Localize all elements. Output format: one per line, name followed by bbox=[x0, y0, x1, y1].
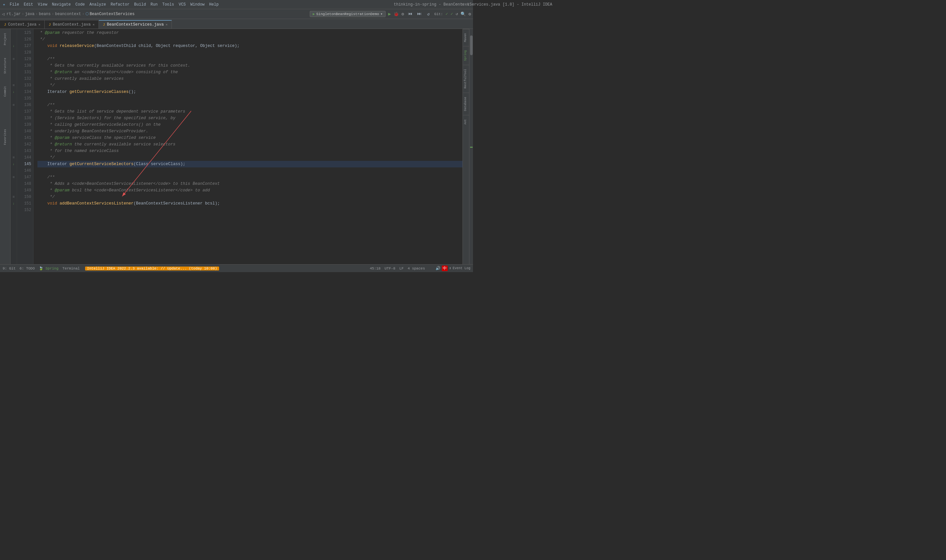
main-layout: Project Structure Commit Favorites ↓ ≡ ≡… bbox=[0, 29, 473, 264]
line-numbers: 125 126 127 128 129 130 131 132 133 134 … bbox=[17, 29, 34, 264]
code-line-135 bbox=[37, 95, 462, 102]
gutter-125 bbox=[11, 29, 17, 36]
menu-edit[interactable]: Edit bbox=[22, 2, 35, 8]
menu-vcs[interactable]: VCS bbox=[176, 2, 188, 8]
menu-view[interactable]: View bbox=[35, 2, 49, 8]
scroll-thumb[interactable] bbox=[470, 35, 473, 55]
gutter-135 bbox=[11, 95, 17, 102]
gutter-149 bbox=[11, 187, 17, 194]
tray-icon-1[interactable]: 🔊 bbox=[436, 266, 441, 271]
code-line-140: * underlying BeanContextServiceProvider. bbox=[37, 128, 462, 135]
menu-run[interactable]: Run bbox=[148, 2, 160, 8]
spring-status[interactable]: 🍃 Spring bbox=[39, 266, 59, 271]
breadcrumb-rt[interactable]: rt.jar bbox=[6, 12, 21, 16]
breadcrumb-class[interactable]: ⬡BeanContextServices bbox=[85, 11, 135, 16]
gutter-140 bbox=[11, 128, 17, 135]
gutter-144[interactable]: ≡ bbox=[11, 154, 17, 161]
todo-status[interactable]: 6: TODO bbox=[20, 266, 35, 271]
breadcrumb-java[interactable]: java bbox=[25, 12, 34, 16]
gutter-151[interactable]: ↓ bbox=[11, 200, 17, 207]
gutter-129[interactable]: ≡ bbox=[11, 56, 17, 62]
status-left: 9: Git 6: TODO 🍃 Spring Terminal bbox=[3, 266, 80, 271]
breadcrumb-beans[interactable]: beans bbox=[39, 12, 51, 16]
menu-build[interactable]: Build bbox=[132, 2, 148, 8]
code-line-136: /** bbox=[37, 102, 462, 108]
toolbar-icon-3[interactable]: ↺ bbox=[425, 11, 431, 17]
code-line-134: Iterator getCurrentServiceClasses(); bbox=[37, 89, 462, 95]
right-tab-ant[interactable]: Ant bbox=[463, 115, 469, 128]
right-tab-restful[interactable]: RestfulTool bbox=[463, 65, 469, 92]
gutter-127[interactable]: ↓ bbox=[11, 43, 17, 49]
event-log[interactable]: Event Log bbox=[453, 266, 470, 270]
gutter-137 bbox=[11, 108, 17, 115]
git-status[interactable]: 9: Git bbox=[3, 266, 16, 271]
gutter-141 bbox=[11, 135, 17, 141]
gutter-130 bbox=[11, 62, 17, 69]
right-tab-database[interactable]: Database bbox=[463, 92, 469, 115]
gutter-136[interactable]: ≡ bbox=[11, 102, 17, 108]
code-line-150: */ bbox=[37, 194, 462, 200]
sidebar-structure-icon[interactable]: Structure bbox=[1, 55, 10, 77]
git-refresh-icon[interactable]: ↺ bbox=[456, 11, 458, 16]
run-config-dropdown[interactable]: ▶ SingletonBeanRegistrationDemo ▾ bbox=[310, 11, 386, 17]
menu-help[interactable]: Help bbox=[207, 2, 221, 8]
sidebar-favorites-icon[interactable]: Favorites bbox=[1, 126, 10, 148]
debug-button[interactable]: 🐞 bbox=[393, 11, 399, 17]
close-context-button[interactable]: ✕ bbox=[39, 23, 40, 26]
toolbar-icon-2[interactable]: ⏭ bbox=[416, 11, 422, 17]
code-line-126: */ bbox=[37, 36, 462, 43]
gutter-134[interactable]: ↓ bbox=[11, 89, 17, 95]
tab-icon-bcs: J bbox=[103, 23, 105, 26]
code-line-143: * for the named serviceClass bbox=[37, 148, 462, 154]
status-bar: 9: Git 6: TODO 🍃 Spring Terminal Intelli… bbox=[0, 264, 473, 272]
run-button[interactable]: ▶ bbox=[388, 11, 391, 17]
tray-icon-2[interactable]: 中 bbox=[442, 266, 448, 271]
code-line-152 bbox=[37, 207, 462, 213]
position-indicator[interactable]: 45:18 bbox=[370, 266, 381, 271]
close-beancontext-button[interactable]: ✕ bbox=[92, 23, 95, 26]
terminal-status[interactable]: Terminal bbox=[62, 266, 80, 271]
gutter-150[interactable]: ≡ bbox=[11, 194, 17, 200]
sidebar-commit-icon[interactable]: Commit bbox=[1, 83, 10, 99]
menu-window[interactable]: Window bbox=[188, 2, 207, 8]
git-check-icon[interactable]: ✓ bbox=[445, 11, 448, 16]
tray-icon-3[interactable]: ⬆ bbox=[449, 266, 451, 271]
sidebar-project-icon[interactable]: Project bbox=[1, 30, 10, 48]
gutter-131 bbox=[11, 69, 17, 75]
toolbar-search-icon[interactable]: 🔍 bbox=[461, 11, 466, 17]
code-line-131: * @return an <code>Iterator</code> consi… bbox=[37, 69, 462, 75]
git-check2-icon[interactable]: ✓ bbox=[451, 11, 453, 16]
code-editor[interactable]: * @param requestor the requestor */ void… bbox=[34, 29, 462, 264]
menu-refactor[interactable]: Refactor bbox=[108, 2, 132, 8]
gutter-133[interactable]: ≡ bbox=[11, 82, 17, 89]
right-tab-maven[interactable]: Maven bbox=[463, 29, 469, 46]
toolbar-settings-icon[interactable]: ⚙ bbox=[468, 11, 471, 17]
indent-indicator[interactable]: 4 spaces bbox=[408, 266, 425, 271]
line-sep-indicator[interactable]: LF bbox=[399, 266, 404, 271]
tab-bar: J Context.java ✕ J BeanContext.java ✕ J … bbox=[0, 19, 473, 29]
close-bcs-button[interactable]: ✕ bbox=[166, 23, 168, 26]
menu-code[interactable]: Code bbox=[73, 2, 87, 8]
tab-label-bcs: BeanContextServices.java bbox=[107, 22, 164, 27]
menu-file[interactable]: File bbox=[7, 2, 22, 8]
toolbar-icon-1[interactable]: ⏮ bbox=[407, 11, 413, 17]
tab-context[interactable]: J Context.java ✕ bbox=[0, 20, 45, 29]
encoding-indicator[interactable]: UTF-8 bbox=[385, 266, 396, 271]
menu-navigate[interactable]: Navigate bbox=[49, 2, 73, 8]
tab-beancontext[interactable]: J BeanContext.java ✕ bbox=[45, 20, 99, 29]
gutter-145[interactable]: ↓ bbox=[11, 161, 17, 168]
menu-tools[interactable]: Tools bbox=[160, 2, 176, 8]
tab-beancontextservices[interactable]: J BeanContextServices.java ✕ bbox=[99, 20, 172, 29]
title-center: thinking-in-spring - BeanContextServices… bbox=[394, 2, 473, 7]
right-tab-spring[interactable]: Spring bbox=[463, 46, 469, 65]
gutter-147[interactable]: ≡ bbox=[11, 174, 17, 180]
menu-analyze[interactable]: Analyze bbox=[87, 2, 108, 8]
breadcrumb-sep3: › bbox=[52, 12, 54, 16]
breadcrumb-beancontext[interactable]: beancontext bbox=[55, 12, 81, 16]
back-icon[interactable]: ◁ bbox=[2, 11, 5, 17]
code-line-144: */ bbox=[37, 154, 462, 161]
build-button[interactable]: ⚙ bbox=[401, 11, 404, 17]
update-message[interactable]: IntelliJ IDEA 2022.2.3 available: // Upd… bbox=[85, 266, 219, 271]
code-line-149: * @param bcsl the <code>BeanContextServi… bbox=[37, 187, 462, 194]
scrollbar[interactable] bbox=[469, 29, 473, 264]
